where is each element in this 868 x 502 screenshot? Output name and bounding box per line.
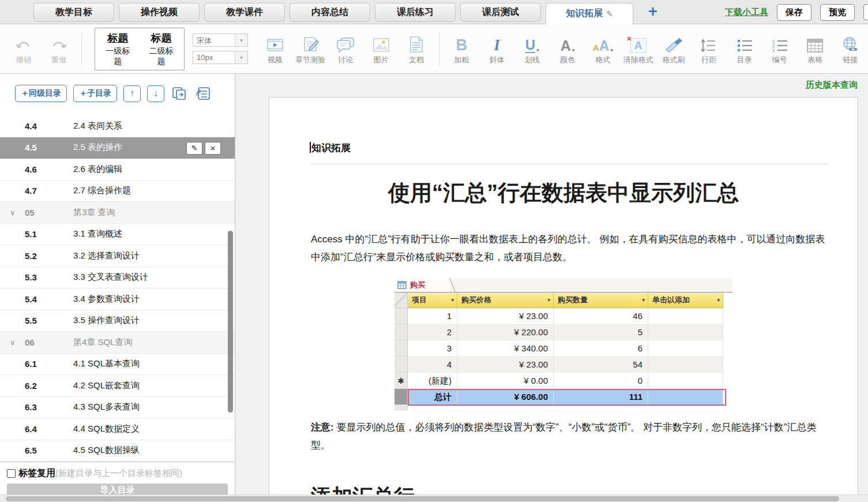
tab-courseware[interactable]: 教学课件	[204, 3, 285, 22]
tab-operation-videos[interactable]: 操作视频	[119, 3, 200, 22]
import-outline-button[interactable]	[194, 85, 212, 102]
access-cell: 111	[554, 389, 648, 405]
directory-item-row[interactable]: 5.13.1 查询概述	[0, 224, 235, 246]
move-down-button[interactable]: ↓	[147, 85, 164, 102]
line-spacing-button[interactable]: 行距	[692, 32, 727, 65]
edit-directory-button[interactable]: ✎	[186, 142, 202, 155]
tab-content-summary[interactable]: 内容总结	[290, 3, 370, 22]
italic-button[interactable]: I 斜体	[479, 32, 514, 65]
tab-teaching-goals[interactable]: 教学目标	[33, 3, 114, 22]
directory-item-row[interactable]: 5.43.4 参数查询设计	[0, 289, 235, 310]
access-data-row: 4¥ 23.0054	[394, 357, 732, 373]
directory-item-row[interactable]: 4.42.4 表间关系	[0, 115, 235, 137]
directory-item-row[interactable]: 6.14.1 SQL基本查询	[0, 354, 235, 376]
tab-actions: 下载小工具 保存 预览	[725, 0, 868, 24]
access-cell: 3	[408, 340, 457, 357]
add-child-directory-button[interactable]: ＋子目录	[73, 85, 117, 102]
add-tab-button[interactable]: +	[648, 4, 657, 20]
discussion-label: 讨论	[328, 55, 363, 65]
horizontal-scrollbar-track[interactable]	[0, 494, 868, 502]
directory-item-row[interactable]: 6.34.3 SQL多表查询	[0, 397, 235, 419]
directory-item-row[interactable]: 5.33.3 交叉表查询设计	[0, 267, 235, 289]
chapter-quiz-label: 章节测验	[292, 55, 328, 65]
label-reuse-label: 标签复用	[18, 467, 55, 479]
history-version-link[interactable]: 历史版本查询	[806, 80, 858, 91]
discussion-button[interactable]: 讨论	[328, 32, 363, 65]
move-up-button[interactable]: ↑	[123, 85, 141, 102]
font-color-button[interactable]: A▾ 颜色	[550, 32, 585, 65]
directory-item-row[interactable]: 5.23.2 选择查询设计	[0, 245, 235, 267]
access-data-row: 2¥ 220.005	[394, 324, 732, 340]
tab-tests[interactable]: 课后测试	[460, 3, 541, 22]
directory-label: 4.5 SQL数据操纵	[73, 445, 140, 456]
toc-button[interactable]: 目录	[727, 32, 762, 65]
save-button[interactable]: 保存	[777, 4, 811, 21]
directory-item-row[interactable]: 4.72.7 综合操作题	[0, 181, 235, 203]
directory-item-row[interactable]: 4.52.5 表的操作✎×	[0, 137, 235, 159]
directory-item-row[interactable]: 6.44.4 SQL数据定义	[0, 418, 235, 440]
directory-number: 6.4	[25, 424, 55, 434]
directory-item-row[interactable]: 5.53.5 操作查询设计	[0, 310, 235, 332]
preview-button[interactable]: 预览	[820, 4, 855, 21]
download-gadget-link[interactable]: 下载小工具	[725, 7, 768, 18]
clear-format-button[interactable]: ×A 清除格式	[621, 32, 656, 65]
chevron-down-icon[interactable]: ∨	[10, 208, 25, 217]
horizontal-scrollbar-thumb[interactable]	[6, 496, 839, 501]
redo-button[interactable]: 重做	[41, 32, 76, 65]
access-cell: 0	[554, 373, 648, 389]
heading2-title: 标题	[145, 31, 177, 45]
undo-button[interactable]: 撤销	[6, 32, 41, 65]
format-button[interactable]: AA▾ 格式	[585, 32, 621, 65]
underline-button[interactable]: U▾ 划线	[514, 32, 550, 65]
insert-document-button[interactable]: 文档	[399, 32, 434, 65]
access-row-selector	[394, 308, 408, 324]
format-label: 格式	[585, 55, 621, 65]
font-family-select[interactable]: 宋体 ▾	[193, 33, 248, 47]
insert-link-button[interactable]: 链接	[833, 32, 868, 65]
directory-item-row[interactable]: 6.54.5 SQL数据操纵	[0, 440, 235, 462]
insert-table-button[interactable]: 表格	[798, 32, 833, 65]
access-cell: 2	[408, 324, 457, 340]
access-tab-row: 购买	[394, 278, 732, 293]
tab-exercises[interactable]: 课后练习	[375, 3, 456, 22]
access-cell	[648, 373, 723, 389]
copy-directory-button[interactable]	[171, 85, 188, 102]
font-size-select[interactable]: 10px ▾	[193, 51, 248, 64]
document-page[interactable]: 知识拓展 使用“汇总”行在数据表中显示列汇总 Access 中的“汇总”行有助于…	[269, 97, 858, 494]
directory-label: 4.1 SQL基本查询	[73, 358, 140, 369]
bold-button[interactable]: B 加粗	[444, 32, 479, 65]
label-reuse-checkbox[interactable]	[7, 469, 16, 478]
insert-image-button[interactable]: 图片	[363, 32, 399, 65]
access-column-header: 购买数量▾	[554, 293, 648, 308]
access-cell: 总计	[408, 389, 457, 405]
chevron-down-icon: ▾	[235, 51, 247, 63]
directory-item-row[interactable]: 6.24.2 SQL嵌套查询	[0, 375, 235, 397]
directory-group-row[interactable]: ∨05第3章 查询	[0, 202, 235, 224]
chevron-down-icon[interactable]: ∨	[10, 338, 25, 347]
directory-label: 4.3 SQL多表查询	[73, 402, 140, 413]
copy-icon	[172, 87, 187, 100]
directory-number: 5.1	[25, 229, 55, 239]
line-spacing-label: 行距	[692, 55, 727, 65]
partial-right-button[interactable]	[863, 4, 868, 20]
add-sibling-directory-button[interactable]: ＋同级目录	[15, 85, 67, 102]
tab-label: 操作视频	[141, 6, 178, 18]
access-cell: ¥ 220.00	[457, 324, 554, 340]
font-color-icon: A	[561, 39, 571, 53]
heading2-button[interactable]: 标题 二级标题	[145, 31, 177, 67]
tab-knowledge-expansion-active[interactable]: 知识拓展 ✎	[546, 3, 633, 24]
access-row-selector	[394, 357, 408, 373]
numbering-button[interactable]: 123 编号	[762, 32, 797, 65]
access-table-tab: 购买	[394, 278, 450, 292]
directory-item-row[interactable]: 4.62.6 表的编辑	[0, 159, 235, 181]
delete-directory-button[interactable]: ×	[205, 142, 221, 155]
format-painter-button[interactable]: 格式刷	[656, 32, 691, 65]
chapter-quiz-button[interactable]: 章节测验	[292, 32, 328, 65]
sidebar-scrollbar[interactable]	[228, 231, 233, 413]
heading1-button[interactable]: 标题 一级标题	[102, 31, 134, 67]
access-datasheet-image[interactable]: 购买 项目▾购买价格▾购买数量▾单击以添加▾ 1¥ 23.00462¥ 220.…	[394, 278, 732, 410]
toc-label: 目录	[727, 55, 762, 65]
chevron-down-icon: ▾	[611, 47, 614, 53]
insert-video-button[interactable]: 视频	[257, 32, 292, 65]
directory-group-row[interactable]: ∨06第4章 SQL查询	[0, 332, 235, 354]
